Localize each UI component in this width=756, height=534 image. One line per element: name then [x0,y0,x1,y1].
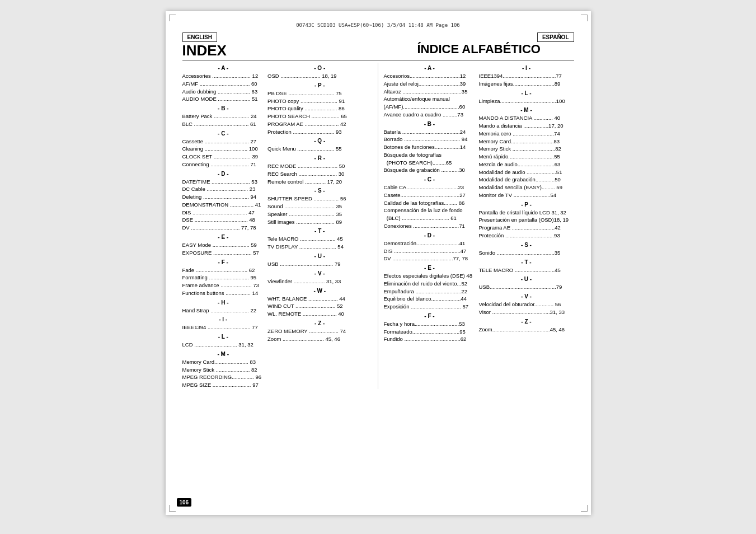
list-item: Memory Stick ....................... 82 [182,366,265,374]
list-item: Altavoz ................................… [384,88,476,96]
list-item: Memory Card.............................… [479,138,574,146]
en-section-i: - I - [182,316,265,322]
list-item: Sonido .................................… [479,249,574,257]
list-item: EASY Mode ......................... 59 [182,241,265,249]
list-item: Battery Pack ........................ 24 [182,113,265,120]
list-item: PROGRAM AE ....................... 42 [267,120,372,128]
sp-section-c: - C - [384,176,476,182]
corner-mark-br [581,505,588,512]
list-item: Modalidad sencilla (EASY)......... 59 [479,184,574,191]
list-item: WHT. BALANCE .................... 44 [267,295,372,303]
content-area: - A - Accessories ......................… [182,63,574,389]
list-item: (AF/MF).................................… [384,103,476,111]
en-section-a: - A - [182,65,265,71]
list-item: Speaker ............................... … [267,210,372,218]
sp-section-u: - U - [479,276,574,282]
list-item: Imágenes fijas..........................… [479,80,574,88]
list-item: Fecha y hora............................… [384,320,476,328]
list-item: Zoom ............................ 45, 46 [267,335,372,343]
en-section-b: - B - [182,105,265,111]
list-item: Still images .......................... … [267,218,372,226]
list-item: IEEE1394 ............................. 7… [182,324,265,331]
list-item: Quick Menu ......................... 55 [267,145,372,153]
en-section-h: - H - [182,299,265,306]
list-item: DIS ....................................… [384,247,476,255]
list-item: Cassette .............................. … [182,138,265,146]
en-section-w: - W - [267,288,372,294]
list-item: EXPOSURE .......................... 57 [182,249,265,257]
sp-section-z: - Z - [479,318,574,325]
sp-section-v: - V - [479,293,574,299]
sp-section-e: - E - [384,265,476,271]
list-item: DIS ....................................… [182,209,265,217]
list-item: DC Cable ............................ 23 [182,185,265,193]
list-item: Cable CA................................… [384,184,476,191]
list-item: (BLC) ................................ 6… [384,214,476,222]
list-item: Conexiones .............................… [384,222,476,230]
file-header: 00743C SCD103 USA+ESP(60~106) 3/5/04 11:… [182,22,574,28]
list-item: Velocidad del obturador............. 56 [479,301,574,308]
list-item: Protección .............................… [479,232,574,240]
list-item: Botones de funciones.................14 [384,143,476,151]
list-item: Demostración............................… [384,240,476,247]
spanish-col1: - A - Accesorios........................… [384,63,479,343]
en-section-l: - L - [182,334,265,340]
list-item: Cleaning ............................. 1… [182,145,265,153]
en-section-m: - M - [182,351,265,357]
en-section-v: - V - [267,270,372,277]
corner-mark-tr [581,15,588,21]
sp-section-s: - S - [479,242,574,248]
list-item: OSD ........................... 18, 19 [267,72,372,80]
list-item: Monitor de TV .........................5… [479,191,574,199]
list-item: CLOCK SET ......................... 39 [182,153,265,161]
list-item: Limpieza................................… [479,97,574,105]
list-item: Hand Strap .......................... 22 [182,307,265,315]
list-item: WL. REMOTE ....................... 40 [267,310,372,318]
list-item: Batería ................................… [384,128,476,136]
list-item: Pantalla de cristal líquido LCD 31, 32 [479,209,574,217]
en-section-u: - U - [267,253,372,259]
list-item: Ajuste del reloj........................… [384,80,476,88]
en-section-p: - P - [267,82,372,88]
spanish-title: ÍNDICE ALFABÉTICO [417,43,574,55]
list-item: Memoria cero ...........................… [479,130,574,138]
list-item: Viewfinder ..................... 31, 33 [267,278,372,285]
sp-section-t: - T - [479,259,574,265]
list-item: Protection ............................ … [267,128,372,136]
en-section-c: - C - [182,130,265,137]
list-item: REC MODE ........................... 50 [267,162,372,170]
list-item: Audio dubbing ...................... 63 [182,88,265,96]
sp-section-p: - P - [479,202,574,208]
list-item: Tele MACRO ........................ 45 [267,235,372,243]
list-item: Zoom....................................… [479,326,574,334]
en-section-o: - O - [267,65,372,71]
list-item: Efectos especiales digitales (DSE) 48 [384,272,476,280]
en-section-s: - S - [267,188,372,194]
list-item: Memory Stick ...........................… [479,145,574,153]
list-item: Fade ...................................… [182,266,265,274]
list-item: DATE/TIME .......................... 53 [182,178,265,186]
english-col2: - O - OSD ........................... 18… [267,63,372,389]
spanish-columns: - A - Accesorios........................… [384,63,574,343]
list-item: DSE ....................................… [182,216,265,224]
list-item: TELE MACRO ...........................45 [479,266,574,274]
english-section: - A - Accessories ......................… [182,63,378,389]
list-item: Automático/enfoque manual [384,95,476,103]
list-item: Eliminación del ruido del viento...52 [384,280,476,288]
list-item: Fundido ................................… [384,335,476,343]
list-item: Formateado..............................… [384,328,476,336]
list-item: Remote control .............. 17, 20 [267,178,372,186]
list-item: Deleting ...............................… [182,193,265,201]
list-item: MPEG SIZE .......................... 97 [182,381,265,389]
list-item: USB ....................................… [267,260,372,268]
list-item: Equilibrio del blanco...................… [384,295,476,303]
list-item: Mando a distancia .................17, 2… [479,122,574,130]
list-item: LCD ............................. 31, 32 [182,341,265,349]
english-columns: - A - Accessories ......................… [182,63,372,389]
en-section-r: - R - [267,155,372,161]
list-item: Sound ..................................… [267,203,372,210]
list-item: PHOTO SEARCH ................... 65 [267,113,372,120]
list-item: PHOTO copy ......................... 91 [267,97,372,105]
header-divider [182,60,574,60]
list-item: Búsqueda de fotografías [384,151,476,159]
